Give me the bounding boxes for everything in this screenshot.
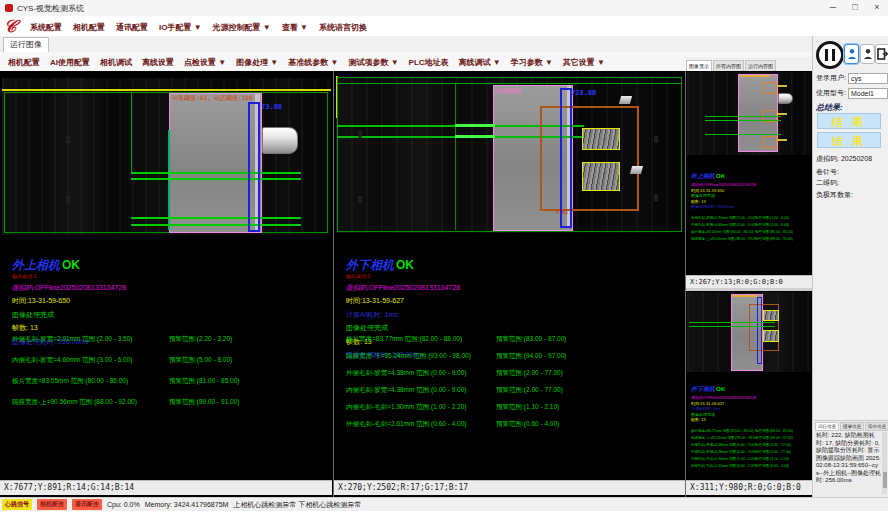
tool-offline-debug[interactable]: 离线调试 ▼ (459, 57, 501, 68)
overlay-hline (689, 322, 775, 323)
metal-highlight (630, 166, 643, 174)
maximize-icon[interactable]: □ (844, 0, 866, 16)
left-camera-view[interactable]: 计算阈值:93, 动态阈值:100 73.88 (2, 78, 331, 235)
tool-other-settings[interactable]: 其它设置 ▼ (563, 57, 605, 68)
mini-measure-row: 隔膜宽度-上=90.56mm 范围:(88.00 - 92.00)预警范围:(8… (691, 237, 811, 242)
app-logo-icon: 𝒞 (4, 17, 16, 35)
tool-spotcheck-setting[interactable]: 点检设置 ▼ (184, 57, 226, 68)
person-icon (847, 48, 857, 60)
menu-comm-config[interactable]: 通讯配置 (116, 22, 148, 33)
menu-light-config[interactable]: 光源控制配置 ▼ (213, 22, 271, 33)
thumb-view-lower[interactable] (687, 292, 811, 372)
log-tabs: 运行信息 报警信息 操作信息 (814, 421, 888, 431)
close-icon[interactable]: × (866, 0, 888, 16)
tab-run-image[interactable]: 运行图像 (3, 37, 49, 52)
menu-system-config[interactable]: 系统配置 (30, 22, 62, 33)
right-time: 时间:13-31-59-627 (346, 296, 460, 306)
left-frames: 帧数: 13 (12, 323, 126, 333)
thumb-view-upper[interactable] (687, 72, 811, 155)
left-camera-name: 外上相机 (12, 258, 60, 272)
tool-offline-setting[interactable]: 离线设置 (142, 57, 174, 68)
model-row: 使用型号:Model1 (816, 88, 888, 99)
overlay-hline (705, 134, 781, 135)
login-user-row: 登录用户:cys (816, 73, 888, 84)
overlay-vline (131, 92, 132, 174)
thumb-tab-all-memory[interactable]: 所有内存图 (713, 60, 744, 71)
login-user-value[interactable]: cys (848, 73, 888, 84)
log-tab-operate[interactable]: 操作信息 (865, 422, 888, 431)
overlay-hline (689, 326, 775, 327)
tab-detect-box (582, 128, 620, 150)
overlay-blue-rect (560, 88, 572, 228)
tool-test-params[interactable]: 测试项参数 ▼ (348, 57, 398, 68)
tool-image-process[interactable]: 图像处理 ▼ (236, 57, 278, 68)
log-scrollbar[interactable] (882, 432, 887, 494)
user-login-button[interactable] (844, 44, 859, 64)
right-coords-bar: X:270;Y:2502;R:17;G:17;B:17 (334, 480, 685, 495)
overlay-vline-teal (168, 130, 170, 230)
mini-annotation (777, 113, 787, 115)
cpu-usage: Cpu: 0.0% (107, 501, 140, 508)
model-value[interactable]: Model1 (848, 88, 888, 99)
screw-detail (358, 196, 362, 203)
overlay-orange-rect (540, 106, 639, 211)
tool-ai-config[interactable]: AI使用配置 (50, 57, 90, 68)
overlay-blue-rect (248, 102, 260, 232)
log-scrollbar-thumb[interactable] (883, 472, 887, 488)
log-panel: 运行信息 报警信息 操作信息 耗时: 222, 缺陷检测耗时: 17, 缺陷分类… (814, 420, 888, 497)
thumb-upper-text: 外上相机OK 虚拟码:OFFline20250208133134728 时间:1… (691, 164, 811, 244)
measurement-row: 内侧毛刺-毛刺=1.90mm 范围:(1.00 - 2.20)预警范围:(1.1… (346, 403, 566, 412)
menu-items: 系统配置 相机配置 通讯配置 IO手配置 ▼ 光源控制配置 ▼ 查看 ▼ 系统语… (30, 22, 367, 33)
tool-baseline-params[interactable]: 基准线参数 ▼ (288, 57, 338, 68)
screw-detail (654, 194, 658, 201)
status-bar: 心跳信号 相机断连 通讯断连 Cpu: 0.0% Memory: 3424.41… (0, 497, 888, 511)
tool-camera-debug[interactable]: 相机调试 (100, 57, 132, 68)
panel-divider (333, 71, 334, 497)
measurement-row: 极片宽度=83.77mm 范围:(82.00 - 88.00)预警范围:(83.… (346, 335, 566, 344)
thumb-tab-run-memory[interactable]: 运行内存图 (745, 60, 776, 71)
threshold-overlay-text: 计算阈值:93, 动态阈值:100 (172, 94, 253, 103)
thumb-tab-image[interactable]: 图像显示 (686, 60, 712, 71)
exit-button[interactable] (875, 44, 888, 64)
tab-count-row: 负极耳数量: (816, 190, 853, 200)
tool-learn-params[interactable]: 学习参数 ▼ (511, 57, 553, 68)
right-camera-view[interactable]: AI检测框 728.80 5.61 (336, 76, 683, 233)
tool-plc-table[interactable]: PLC地址表 (409, 57, 449, 68)
barcode-value: 20250208 (841, 155, 872, 162)
menu-language[interactable]: 系统语言切换 (319, 22, 367, 33)
tool-camera-config[interactable]: 相机配置 (8, 57, 40, 68)
menu-bar: 𝒞 系统配置 相机配置 通讯配置 IO手配置 ▼ 光源控制配置 ▼ 查看 ▼ 系… (0, 16, 888, 36)
mini-measure-row: 内侧毛刺-毛刺=1.90mm 范围:(1.00 - 2.20)预警范围:(1.1… (691, 457, 811, 462)
app-icon (5, 4, 13, 12)
left-status-ok: OK (62, 258, 80, 272)
app-window: CYS-视觉检测系统 ─ □ × 𝒞 系统配置 相机配置 通讯配置 IO手配置 … (0, 0, 888, 522)
thumb-lower-text: 外下相机OK 虚拟码:OFFline20250208133134728 时间:1… (691, 377, 811, 471)
mini-measure-row: 外侧毛刺-胶宽=4.38mm 范围:(0.00 - 9.00)预警范围:(2.0… (691, 443, 811, 448)
mini-orange-box (763, 136, 777, 148)
overlay-yellow-line (2, 89, 331, 91)
menu-camera-config[interactable]: 相机配置 (73, 22, 105, 33)
metal-highlight (619, 96, 632, 104)
thumb-lower-coords: X:311;Y:980;R:0;G:0;B:0 (686, 480, 812, 495)
measurement-row: 外侧毛刺-胶宽=4.38mm 范围:(0.00 - 9.00)预警范围:(2.0… (346, 369, 566, 378)
overlay-hline (337, 83, 681, 84)
total-result-box-1: 结 果 (817, 113, 881, 129)
log-tab-alarm[interactable]: 报警信息 (840, 422, 864, 431)
right-done: 图像处理完成 (346, 323, 460, 333)
right-camera-name: 外下相机 (346, 258, 394, 272)
right-measurements: 极片宽度=83.77mm 范围:(82.00 - 88.00)预警范围:(83.… (346, 335, 566, 437)
comm-disconnect-badge: 通讯断连 (72, 499, 102, 510)
menu-io-config[interactable]: IO手配置 ▼ (159, 22, 202, 33)
user-manage-button[interactable] (860, 44, 875, 64)
left-measurements: 外侧毛刺-胶宽=2.91mm 范围:(2.00 - 3.50)预警范围:(2.2… (12, 335, 239, 419)
minimize-icon[interactable]: ─ (822, 0, 844, 16)
menu-view[interactable]: 查看 ▼ (282, 22, 308, 33)
heartbeat-badge: 心跳信号 (2, 499, 32, 510)
thumb-tabs: 图像显示 所有内存图 运行内存图 (686, 57, 812, 71)
thumb-divider (686, 288, 812, 291)
mini-annotation (777, 139, 787, 141)
log-tab-run[interactable]: 运行信息 (815, 422, 839, 431)
pause-button[interactable] (816, 41, 844, 69)
toolbar-items: 相机配置 AI使用配置 相机调试 离线设置 点检设置 ▼ 图像处理 ▼ 基准线参… (8, 57, 605, 68)
overlay-hline-bright (455, 124, 495, 127)
